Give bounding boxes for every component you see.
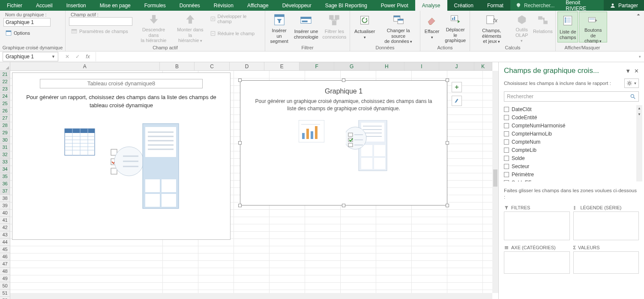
refresh-button[interactable]: Actualiser — [352, 12, 377, 42]
tab-insert[interactable]: Insertion — [60, 0, 93, 11]
resize-handle[interactable] — [238, 204, 242, 207]
row-header[interactable]: 40 — [0, 209, 10, 217]
row-header[interactable]: 44 — [0, 239, 10, 246]
options-button[interactable]: Options — [3, 28, 32, 38]
row-header[interactable]: 25 — [0, 100, 10, 107]
field-buttons-button[interactable]: Boutons de champ — [579, 12, 607, 42]
column-header[interactable]: A — [10, 62, 160, 70]
column-header[interactable]: G — [334, 62, 369, 70]
row-header[interactable]: 23 — [0, 85, 10, 93]
row-header[interactable]: 37 — [0, 187, 10, 195]
zone-values[interactable]: ΣVALEURS — [573, 244, 639, 274]
field-checkbox[interactable] — [504, 180, 509, 182]
field-checkbox[interactable] — [504, 131, 509, 136]
row-header[interactable]: 35 — [0, 173, 10, 180]
pivotchart-placeholder[interactable]: Graphique 1 Pour générer un graphique cr… — [240, 80, 447, 205]
zone-legend[interactable]: LÉGENDE (SÉRIE) — [573, 204, 639, 240]
column-header[interactable]: D — [230, 62, 265, 70]
field-list-scrollbar[interactable]: ▲ ▼ — [636, 105, 642, 181]
worksheet-grid[interactable]: ABCDEFGHIJK 2122232425262728293031323334… — [0, 62, 498, 299]
row-header[interactable]: 36 — [0, 180, 10, 187]
column-header[interactable]: I — [404, 62, 440, 70]
column-header[interactable]: F — [300, 62, 335, 70]
chevron-down-icon[interactable]: ▼ — [51, 54, 55, 59]
resize-handle[interactable] — [342, 79, 345, 82]
field-checkbox[interactable] — [504, 139, 509, 145]
row-header[interactable]: 29 — [0, 129, 10, 136]
row-header[interactable]: 39 — [0, 202, 10, 209]
row-header[interactable]: 47 — [0, 260, 10, 268]
resize-handle[interactable] — [342, 204, 345, 207]
row-header[interactable]: 30 — [0, 136, 10, 144]
pane-dropdown-button[interactable]: ▼ — [625, 68, 631, 74]
user-name[interactable]: Benoit RIVIERE — [560, 0, 604, 11]
chart-styles-button[interactable] — [452, 96, 462, 106]
insert-function-button[interactable]: fx — [83, 52, 93, 61]
row-header[interactable]: 31 — [0, 144, 10, 151]
tab-data[interactable]: Données — [173, 0, 207, 11]
column-header[interactable]: K — [474, 62, 492, 70]
pivot-placeholder[interactable]: Tableau croisé dynamique8 Pour générer u… — [12, 72, 231, 240]
drill-down-button[interactable]: Descendre dans la hiérarchie — [135, 12, 172, 42]
row-header[interactable]: 21 — [0, 71, 10, 78]
zone-legend-drop[interactable] — [573, 211, 639, 240]
column-header[interactable]: H — [369, 62, 404, 70]
vertical-scrollbar[interactable] — [492, 71, 498, 293]
resize-handle[interactable] — [446, 141, 449, 145]
scroll-up-button[interactable]: ▲ — [636, 105, 642, 111]
chart-elements-button[interactable] — [452, 82, 462, 92]
name-box[interactable]: Graphique 1 ▼ — [3, 52, 58, 61]
row-header[interactable]: 50 — [0, 282, 10, 290]
formula-expand-button[interactable]: ▾ — [635, 54, 644, 59]
field-list-item[interactable]: DateClôt — [504, 105, 642, 113]
field-list-item[interactable]: CompteLib — [504, 146, 642, 154]
field-checkbox[interactable] — [504, 107, 509, 112]
accept-formula-button[interactable]: ✓ — [72, 52, 83, 61]
change-source-button[interactable]: Changer la source de données — [378, 12, 418, 42]
tab-format[interactable]: Format — [480, 0, 510, 11]
row-header[interactable]: 48 — [0, 268, 10, 275]
field-settings-button[interactable]: Paramètres de champs — [69, 27, 132, 36]
field-list-item[interactable]: CompteNumHarmonisé — [504, 121, 642, 130]
row-header[interactable]: 51 — [0, 290, 10, 297]
field-list-item[interactable]: Secteur — [504, 162, 642, 170]
column-headers[interactable]: ABCDEFGHIJK — [10, 62, 492, 71]
tab-analyse[interactable]: Analyse — [415, 0, 447, 11]
pane-search-input[interactable]: Rechercher — [504, 91, 639, 102]
pane-layout-button[interactable]: ▼ — [624, 79, 639, 88]
row-header[interactable]: 46 — [0, 253, 10, 260]
insert-timeline-button[interactable]: Insérer une chronologie — [292, 12, 320, 42]
field-list-item[interactable]: CompteHarmoLib — [504, 130, 642, 138]
row-headers[interactable]: 2122232425262728293031323334353637383940… — [0, 71, 10, 299]
ribbon-collapse-icon[interactable] — [635, 12, 641, 18]
field-checkbox[interactable] — [504, 156, 509, 161]
tab-view[interactable]: Affichage — [240, 0, 276, 11]
tab-powerpivot[interactable]: Power Pivot — [374, 0, 415, 11]
field-list-item[interactable]: CodeEntité — [504, 113, 642, 121]
scroll-down-button[interactable]: ▼ — [636, 111, 642, 117]
tab-layout[interactable]: Mise en page — [93, 0, 138, 11]
tab-developer[interactable]: Développeur — [276, 0, 318, 11]
tell-me-search[interactable]: Rechercher... — [510, 0, 560, 11]
move-chart-button[interactable]: Déplacer le graphique — [443, 12, 468, 42]
row-header[interactable]: 26 — [0, 107, 10, 115]
resize-handle[interactable] — [446, 79, 449, 82]
column-header[interactable]: J — [439, 62, 474, 70]
clear-button[interactable]: Effacer — [422, 12, 442, 42]
row-header[interactable]: 45 — [0, 246, 10, 253]
field-list[interactable]: DateClôtCodeEntitéCompteNumHarmoniséComp… — [504, 105, 642, 181]
fields-items-sets-button[interactable]: fx Champs, éléments et jeux — [472, 12, 512, 42]
share-button[interactable]: Partager — [604, 0, 644, 11]
field-list-item[interactable]: SoldeEF — [504, 178, 642, 181]
tab-file[interactable]: Fichier — [0, 0, 29, 11]
row-header[interactable]: 24 — [0, 93, 10, 100]
resize-handle[interactable] — [446, 204, 449, 207]
relations-button[interactable]: Relations — [532, 12, 554, 42]
pane-close-button[interactable]: ✕ — [634, 68, 639, 74]
tab-creation[interactable]: Création — [447, 0, 480, 11]
row-header[interactable]: 32 — [0, 151, 10, 158]
row-header[interactable]: 28 — [0, 122, 10, 129]
row-header[interactable]: 42 — [0, 224, 10, 231]
column-header[interactable]: E — [264, 62, 300, 70]
row-header[interactable]: 52 — [0, 297, 10, 299]
